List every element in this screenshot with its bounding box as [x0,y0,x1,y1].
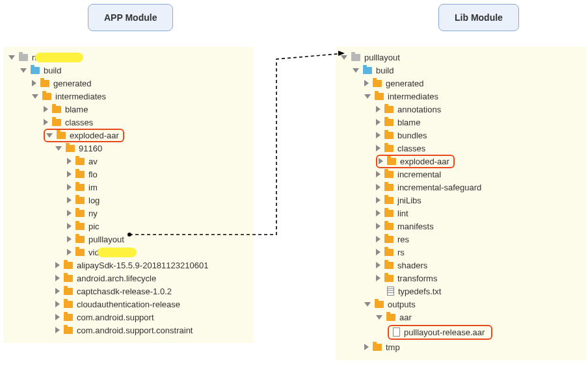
node-label: classes [397,144,425,153]
tree-row[interactable]: classes [8,116,248,129]
expand-arrow-right-icon[interactable] [67,210,72,216]
tree-row[interactable]: incremental-safeguard [341,181,581,194]
expand-arrow-right-icon[interactable] [376,132,381,138]
expand-arrow-right-icon[interactable] [376,249,381,255]
expand-arrow-right-icon[interactable] [67,184,72,190]
tree-row[interactable]: typedefs.txt [341,285,581,298]
tree-row[interactable]: com.android.support.constraint [8,324,248,337]
expand-arrow-down-icon[interactable] [20,68,27,73]
expand-arrow-right-icon[interactable] [67,249,72,255]
expand-arrow-down-icon[interactable] [376,315,382,320]
tree-row[interactable]: build [341,64,581,77]
expand-arrow-down-icon[interactable] [46,133,53,138]
tree-row[interactable]: im [8,181,248,194]
lib-tree-panel: pulllayout build generated intermediates… [336,47,586,360]
tree-row[interactable]: blame [8,103,248,116]
tree-row[interactable]: pic [8,220,248,233]
expand-arrow-right-icon[interactable] [67,197,72,203]
expand-arrow-down-icon[interactable] [364,94,371,99]
expand-arrow-down-icon[interactable] [364,302,371,307]
expand-arrow-right-icon[interactable] [32,80,36,86]
expand-arrow-down-icon[interactable] [353,68,359,73]
tree-row[interactable]: pulllayout-release.aar [341,324,581,340]
tree-row[interactable]: alipaySdk-15.5.9-20181123210601 [8,259,248,272]
expand-arrow-right-icon[interactable] [55,262,60,268]
tree-row[interactable]: tmp [341,340,581,353]
folder-icon [75,197,85,204]
expand-arrow-right-icon[interactable] [376,262,381,268]
tree-row[interactable]: incremental [341,168,581,181]
tree-row[interactable]: outputs [341,298,581,311]
folder-icon [384,210,394,217]
tree-row[interactable]: classes [341,142,581,155]
tree-row[interactable]: annotations [341,103,581,116]
tree-row[interactable]: res [341,233,581,246]
tree-row[interactable]: pulllayout [8,233,248,246]
expand-arrow-right-icon[interactable] [376,171,381,177]
tree-row[interactable]: intermediates [8,90,248,103]
tree-row[interactable]: jniLibs [341,194,581,207]
expand-arrow-right-icon[interactable] [55,327,60,333]
expand-arrow-right-icon[interactable] [376,119,381,125]
expand-arrow-right-icon[interactable] [379,158,383,164]
expand-arrow-right-icon[interactable] [376,223,381,229]
tree-row[interactable]: com.android.support [8,311,248,324]
node-label: blame [397,118,420,127]
tree-row[interactable]: vid [8,246,248,259]
expand-arrow-right-icon[interactable] [376,275,381,281]
folder-icon [384,249,394,256]
folder-icon [75,158,85,165]
expand-arrow-right-icon[interactable] [376,236,381,242]
node-label: manifests [397,222,434,231]
expand-arrow-right-icon[interactable] [55,288,60,294]
tree-row[interactable]: manifests [341,220,581,233]
tree-row[interactable]: captchasdk-release-1.0.2 [8,285,248,298]
node-label: log [88,196,100,205]
expand-arrow-right-icon[interactable] [44,119,48,125]
tree-row[interactable]: android.arch.lifecycle [8,272,248,285]
tree-row[interactable]: flo [8,168,248,181]
expand-arrow-down-icon[interactable] [32,94,38,99]
expand-arrow-down-icon[interactable] [55,146,62,151]
tree-row[interactable]: av [8,155,248,168]
folder-icon [351,54,360,61]
tree-row[interactable]: pulllayout [341,51,581,64]
expand-arrow-right-icon[interactable] [364,344,369,350]
tree-row[interactable]: intermediates [341,90,581,103]
expand-arrow-down-icon[interactable] [341,55,347,60]
expand-arrow-right-icon[interactable] [55,314,60,320]
tree-row[interactable]: rs [341,246,581,259]
expand-arrow-right-icon[interactable] [44,106,48,112]
tree-row[interactable]: 91160 [8,142,248,155]
tree-row[interactable]: generated [341,77,581,90]
expand-arrow-right-icon[interactable] [55,301,60,307]
expand-arrow-right-icon[interactable] [67,158,72,164]
tree-row[interactable]: bundles [341,129,581,142]
tree-row[interactable]: n [8,51,248,64]
tree-row[interactable]: build [8,64,248,77]
tree-row[interactable]: blame [341,116,581,129]
expand-arrow-right-icon[interactable] [376,210,381,216]
tree-row[interactable]: generated [8,77,248,90]
expand-arrow-down-icon[interactable] [8,55,15,60]
tree-row[interactable]: cloudauthentication-release [8,298,248,311]
tree-row[interactable]: shaders [341,259,581,272]
expand-arrow-right-icon[interactable] [55,275,60,281]
tree-row[interactable]: log [8,194,248,207]
expand-arrow-right-icon[interactable] [67,171,72,177]
tree-row[interactable]: exploded-aar [341,155,581,168]
folder-icon [384,236,394,243]
expand-arrow-right-icon[interactable] [376,145,381,151]
tree-row[interactable]: lint [341,207,581,220]
expand-arrow-right-icon[interactable] [67,236,72,242]
node-label: intermediates [55,92,106,101]
expand-arrow-right-icon[interactable] [364,80,369,86]
expand-arrow-right-icon[interactable] [376,106,381,112]
tree-row[interactable]: exploded-aar [8,129,248,142]
expand-arrow-right-icon[interactable] [376,184,381,190]
tree-row[interactable]: ny [8,207,248,220]
tree-row[interactable]: aar [341,311,581,324]
tree-row[interactable]: transforms [341,272,581,285]
expand-arrow-right-icon[interactable] [67,223,72,229]
expand-arrow-right-icon[interactable] [376,197,381,203]
